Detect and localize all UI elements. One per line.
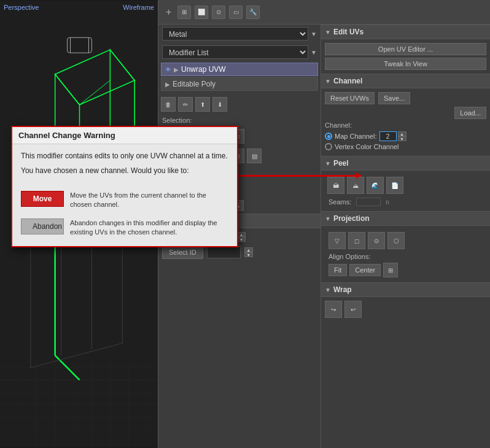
- peel-icons: 🏔 ⛰ 🌊 📄: [325, 174, 486, 196]
- modifier-name-poly: Editable Poly: [173, 80, 314, 88]
- wrap-arrow: ▼: [325, 287, 331, 293]
- peel-header[interactable]: ▼ Peel: [321, 156, 490, 171]
- align-icon-4[interactable]: ⬡: [387, 232, 405, 249]
- channel-down[interactable]: ▼: [398, 136, 406, 141]
- expand-icon-poly[interactable]: ▶: [165, 81, 170, 88]
- wrap-title: Wrap: [333, 285, 352, 294]
- channel-up[interactable]: ▲: [398, 131, 406, 136]
- dialog-title: Channel Change Warning: [18, 131, 115, 140]
- projection-arrow: ▼: [325, 215, 331, 222]
- edit-uvs-content: Open UV Editor ... Tweak In View: [321, 39, 490, 74]
- modifier-item-editable-poly[interactable]: ▶ Editable Poly: [161, 77, 318, 91]
- toolbar-icon-3[interactable]: ⊙: [212, 6, 225, 19]
- projection-title: Projection: [333, 214, 370, 223]
- vertex-color-radio[interactable]: [325, 143, 332, 150]
- align-icon-1[interactable]: ▽: [329, 232, 346, 249]
- seams-label: Seams:: [329, 198, 351, 206]
- select-id-down[interactable]: ▼: [244, 252, 253, 257]
- select-id-up[interactable]: ▲: [244, 247, 253, 252]
- move-button[interactable]: Move: [21, 191, 64, 207]
- abandon-button[interactable]: Abandon: [21, 218, 64, 234]
- set-id-up[interactable]: ▲: [237, 232, 246, 237]
- more-icon-6[interactable]: ▤: [247, 149, 262, 163]
- expand-icon[interactable]: ▶: [174, 66, 179, 73]
- material-dropdown-arrow: ▼: [311, 31, 317, 37]
- seam-box: [356, 198, 381, 206]
- set-id-spinner: ▲ ▼: [237, 232, 246, 242]
- modifier-list-dropdown[interactable]: Modifier List: [162, 45, 308, 59]
- projection-content: ▽ ◻ ⊙ ⬡ Align Options: Fit Center ⊞: [321, 226, 490, 282]
- toolbar-icon-5[interactable]: 🔧: [246, 6, 260, 19]
- tool-icon-2[interactable]: ✏: [178, 97, 193, 112]
- set-id-down[interactable]: ▼: [237, 237, 246, 242]
- select-id-button[interactable]: Select ID: [162, 245, 203, 259]
- dialog-buttons: Move Move the UVs from the current chann…: [12, 186, 237, 246]
- selection-label: Selection:: [158, 114, 321, 126]
- vertex-color-row: Vertex Color Channel: [325, 143, 486, 150]
- abandon-desc: Abandon changes in this modifier and dis…: [70, 218, 228, 238]
- peel-icon-4[interactable]: 📄: [386, 177, 403, 194]
- modifier-tools-row: 🗑 ✏ ⬆ ⬇: [158, 95, 321, 114]
- fit-button[interactable]: Fit: [329, 264, 347, 276]
- center-button[interactable]: Center: [349, 264, 381, 276]
- tweak-in-view-button[interactable]: Tweak In View: [325, 58, 486, 70]
- channel-header[interactable]: ▼ Channel: [321, 74, 490, 88]
- reset-uvws-button[interactable]: Reset UVWs: [325, 92, 375, 104]
- tool-icon-1[interactable]: 🗑: [161, 97, 176, 112]
- map-channel-row: Map Channel: ▲ ▼: [325, 131, 486, 141]
- peel-icon-2[interactable]: ⛰: [347, 177, 364, 194]
- load-row: Load...: [325, 107, 486, 119]
- visibility-icon[interactable]: 👁: [165, 66, 171, 73]
- material-dropdown-row: Metal ▼: [158, 25, 321, 43]
- modifier-name-unwrap: Unwrap UVW: [181, 65, 314, 74]
- wrap-content: ↪ ↩: [321, 297, 490, 322]
- modifier-list-arrow: ▼: [311, 49, 317, 56]
- tool-icon-3[interactable]: ⬆: [195, 97, 210, 112]
- select-id-input[interactable]: [207, 246, 241, 258]
- vertex-color-label: Vertex Color Channel: [335, 143, 399, 150]
- align-icon-3[interactable]: ⊙: [368, 232, 385, 249]
- add-button[interactable]: +: [163, 7, 174, 18]
- channel-spin-arrows: ▲ ▼: [398, 131, 406, 141]
- viewport-label: Perspective: [4, 4, 39, 11]
- channel-label: Channel:: [325, 122, 486, 129]
- save-button[interactable]: Save...: [378, 92, 410, 104]
- seam-value: n: [386, 199, 389, 206]
- projection-header[interactable]: ▼ Projection: [321, 211, 490, 226]
- peel-icon-1[interactable]: 🏔: [327, 177, 344, 194]
- channel-arrow: ▼: [325, 78, 331, 85]
- peel-icon-3[interactable]: 🌊: [367, 177, 384, 194]
- reset-save-row: Reset UVWs Save...: [325, 92, 486, 104]
- select-id-row: Select ID ▲ ▼: [162, 245, 317, 259]
- dialog-message-2: You have chosen a new channel. Would you…: [21, 165, 228, 176]
- align-extra-icon[interactable]: ⊞: [383, 263, 398, 277]
- load-button[interactable]: Load...: [454, 107, 486, 119]
- toolbar-icon-4[interactable]: ▭: [229, 6, 243, 19]
- seams-row: Seams: n: [325, 196, 486, 207]
- wrap-icon-1[interactable]: ↪: [325, 301, 342, 318]
- align-icon-2[interactable]: ◻: [348, 232, 365, 249]
- channel-title: Channel: [333, 77, 362, 85]
- peel-title: Peel: [333, 159, 349, 168]
- red-arrow-indicator: [238, 175, 361, 177]
- tool-icon-4[interactable]: ⬇: [212, 97, 227, 112]
- wrap-icon-2[interactable]: ↩: [344, 301, 362, 318]
- dialog-body: This modifier contains edits to only one…: [12, 144, 237, 186]
- edit-uvs-header[interactable]: ▼ Edit UVs: [321, 25, 490, 39]
- edit-uvs-arrow: ▼: [325, 29, 331, 36]
- modifier-list-row: Modifier List ▼: [158, 43, 321, 61]
- toolbar-icon-1[interactable]: ⊞: [177, 6, 191, 19]
- properties-panel: ▼ Edit UVs Open UV Editor ... Tweak In V…: [321, 25, 490, 448]
- move-desc: Move the UVs from the current channel to…: [70, 191, 228, 210]
- modifier-item-unwrap[interactable]: 👁 ▶ Unwrap UVW: [161, 63, 318, 76]
- material-dropdown[interactable]: Metal: [162, 27, 308, 41]
- map-channel-radio[interactable]: [325, 133, 332, 140]
- wrap-header[interactable]: ▼ Wrap: [321, 282, 490, 297]
- select-id-spinner: ▲ ▼: [244, 247, 253, 257]
- open-uv-editor-button[interactable]: Open UV Editor ...: [325, 43, 486, 55]
- map-channel-spinner: ▲ ▼: [379, 131, 406, 141]
- projection-align-icons: ▽ ◻ ⊙ ⬡: [325, 230, 486, 252]
- map-channel-input[interactable]: [379, 131, 397, 141]
- toolbar-icon-2[interactable]: ⬜: [195, 6, 208, 19]
- edit-uvs-title: Edit UVs: [333, 28, 364, 36]
